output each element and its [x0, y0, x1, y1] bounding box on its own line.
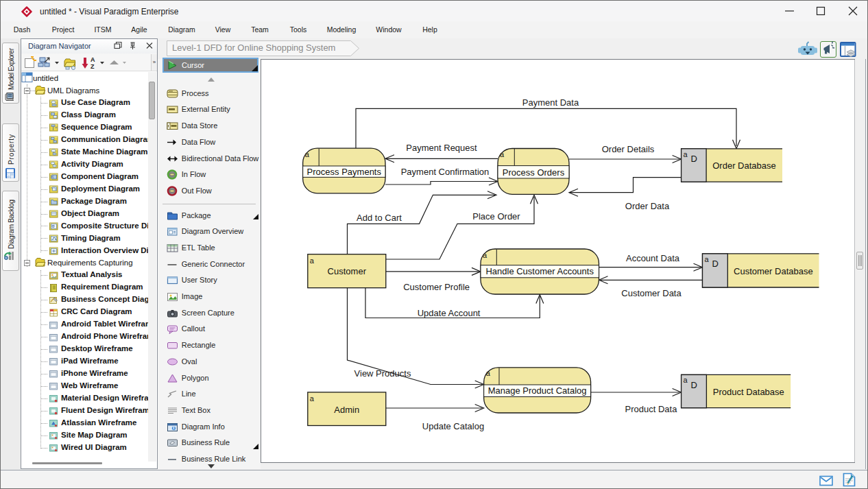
svg-text:Customer Profile: Customer Profile	[403, 282, 470, 292]
svg-text:Product Database: Product Database	[713, 387, 784, 397]
svg-text:Model Explorer: Model Explorer	[8, 47, 15, 90]
svg-text:Diagram Backlog: Diagram Backlog	[8, 200, 15, 249]
svg-text:Add to Cart: Add to Cart	[357, 213, 402, 223]
svg-text:Manage Product Catalog: Manage Product Catalog	[488, 385, 587, 396]
svg-text:Order Details: Order Details	[602, 144, 655, 154]
svg-text:Payment Data: Payment Data	[522, 97, 579, 108]
svg-text:Z: Z	[91, 63, 95, 70]
svg-text:Handle Customer Accounts: Handle Customer Accounts	[485, 266, 594, 276]
svg-text:a: a	[305, 150, 310, 158]
svg-text:Place Order: Place Order	[472, 211, 520, 222]
svg-text:a: a	[310, 394, 315, 403]
svg-text:D: D	[691, 154, 697, 164]
svg-text:Order Data: Order Data	[625, 201, 670, 211]
svg-text:A: A	[91, 56, 95, 63]
svg-text:Update Account: Update Account	[418, 308, 481, 318]
svg-text:a: a	[705, 255, 710, 263]
svg-text:a: a	[483, 251, 487, 259]
svg-text:Property: Property	[8, 134, 15, 165]
svg-text:Account Data: Account Data	[626, 253, 680, 263]
svg-text:Product Data: Product Data	[625, 404, 678, 414]
svg-text:Update Catalog: Update Catalog	[422, 421, 484, 431]
svg-text:a: a	[486, 369, 491, 377]
svg-text:a: a	[310, 257, 315, 265]
svg-text:View Products: View Products	[354, 368, 411, 379]
svg-text:Customer: Customer	[328, 266, 367, 276]
svg-text:Payment Confirmation: Payment Confirmation	[401, 167, 490, 177]
svg-text:a: a	[500, 150, 505, 158]
svg-text:Payment Request: Payment Request	[406, 143, 477, 153]
svg-text:Order Database: Order Database	[712, 160, 776, 171]
svg-text:a: a	[684, 150, 688, 158]
svg-text:Process Payments: Process Payments	[307, 167, 382, 177]
svg-text:Process Orders: Process Orders	[503, 167, 565, 178]
svg-text:a: a	[684, 376, 688, 384]
svg-text:Customer Database: Customer Database	[734, 266, 813, 276]
svg-text:D: D	[691, 380, 697, 390]
svg-text:D: D	[712, 259, 718, 269]
svg-text:Customer Data: Customer Data	[621, 288, 682, 298]
svg-text:Admin: Admin	[334, 405, 359, 415]
